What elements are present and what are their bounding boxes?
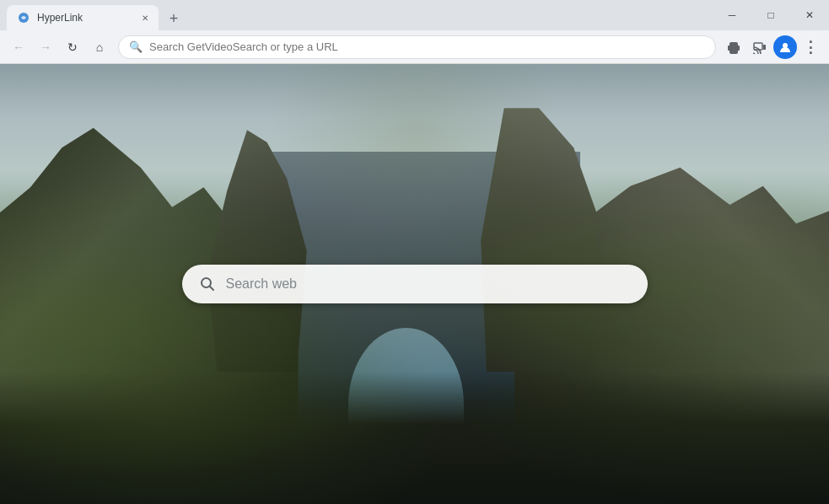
tab-close-button[interactable]: ✕	[138, 11, 152, 24]
address-search-icon: 🔍	[129, 40, 143, 53]
home-button[interactable]: ⌂	[88, 35, 111, 59]
minimize-button[interactable]: ─	[713, 0, 751, 30]
svg-point-2	[753, 52, 756, 54]
menu-button[interactable]: ⋮	[799, 35, 822, 59]
toolbar-actions: ⋮	[723, 35, 822, 59]
tab-title: HyperLink	[37, 12, 132, 24]
search-icon	[199, 276, 216, 292]
window-controls: ─ □ ✕	[713, 0, 829, 30]
cast-button[interactable]	[748, 35, 772, 59]
close-button[interactable]: ✕	[790, 0, 829, 30]
search-overlay	[0, 64, 829, 504]
new-tab-button[interactable]: +	[162, 7, 186, 30]
search-bar[interactable]	[182, 265, 648, 303]
profile-button[interactable]	[773, 35, 797, 59]
reload-button[interactable]: ↻	[61, 35, 84, 59]
tab-favicon	[17, 11, 30, 24]
address-input[interactable]	[149, 40, 705, 53]
tabs-area: HyperLink ✕ +	[0, 0, 713, 30]
main-content	[0, 64, 829, 504]
back-button[interactable]: ←	[7, 35, 30, 59]
active-tab[interactable]: HyperLink ✕	[7, 5, 159, 30]
svg-rect-3	[763, 45, 766, 50]
toolbar: ← → ↻ ⌂ 🔍 ⋮	[0, 30, 829, 64]
extensions-button[interactable]	[723, 35, 746, 59]
maximize-button[interactable]: □	[751, 0, 790, 30]
address-bar[interactable]: 🔍	[118, 35, 716, 59]
title-bar: HyperLink ✕ + ─ □ ✕	[0, 0, 829, 30]
forward-button[interactable]: →	[34, 35, 57, 59]
search-input[interactable]	[226, 276, 631, 292]
svg-line-6	[209, 287, 213, 291]
